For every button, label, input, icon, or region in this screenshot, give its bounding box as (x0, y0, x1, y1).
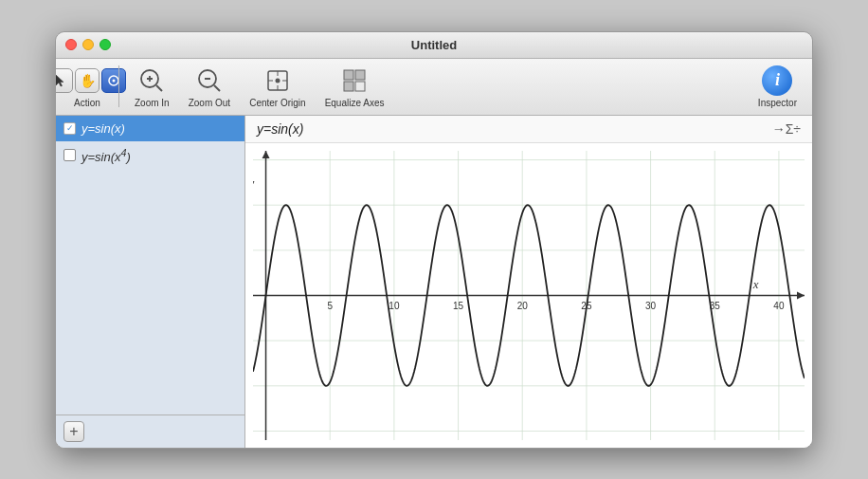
maximize-button[interactable] (99, 39, 111, 50)
graph-area: y=sin(x) →Σ÷ (245, 116, 812, 448)
graph-canvas[interactable] (253, 151, 805, 440)
toolbar: ✋ Action (56, 59, 812, 116)
sidebar: y=sin(x) y=sin(x4) + (56, 116, 245, 448)
action-button[interactable]: ✋ Action (63, 62, 111, 112)
graph-sigma-label: →Σ÷ (772, 121, 801, 137)
sidebar-list: y=sin(x) y=sin(x4) (56, 116, 244, 415)
action-icons-area: ✋ (72, 65, 102, 96)
inspector-button[interactable]: i Inspector (750, 62, 805, 112)
add-equation-button[interactable]: + (63, 421, 84, 442)
svg-rect-19 (355, 82, 365, 91)
cursor-icon (55, 68, 73, 93)
center-origin-label: Center Origin (249, 98, 305, 108)
toolbar-separator-1 (118, 65, 119, 107)
sidebar-footer: + (56, 415, 244, 448)
sidebar-item-1[interactable]: y=sin(x) (56, 116, 244, 141)
svg-rect-17 (355, 70, 365, 80)
zoom-in-label: Zoom In (135, 98, 170, 108)
zoom-in-button[interactable]: Zoom In (127, 62, 177, 112)
hand-icon: ✋ (75, 68, 99, 93)
inspector-label: Inspector (758, 98, 797, 108)
crosshair-icon (101, 68, 126, 93)
zoom-out-icon (194, 65, 225, 96)
svg-rect-18 (344, 82, 353, 91)
svg-marker-0 (56, 75, 63, 86)
graph-canvas-wrapper (245, 143, 812, 448)
titlebar: Untitled (56, 32, 812, 59)
sidebar-checkbox-2[interactable] (63, 149, 76, 161)
svg-point-2 (113, 79, 116, 82)
zoom-out-label: Zoom Out (189, 98, 230, 108)
svg-line-6 (156, 85, 162, 91)
window-title: Untitled (411, 38, 457, 52)
center-origin-button[interactable]: Center Origin (242, 62, 313, 112)
sidebar-item-2[interactable]: y=sin(x4) (56, 141, 244, 170)
action-label: Action (74, 98, 100, 108)
sidebar-item-label-2: y=sin(x4) (81, 147, 131, 164)
equalize-axes-button[interactable]: Equalize Axes (317, 62, 392, 112)
sidebar-item-label-1: y=sin(x) (81, 121, 125, 136)
graph-equation-label: y=sin(x) (257, 121, 303, 137)
equalize-axes-label: Equalize Axes (325, 98, 385, 108)
graph-header: y=sin(x) →Σ÷ (245, 116, 812, 143)
inspector-icon: i (762, 65, 792, 96)
zoom-in-icon (136, 65, 167, 96)
svg-line-9 (214, 85, 220, 91)
traffic-lights (65, 39, 111, 50)
equalize-axes-icon (339, 65, 370, 96)
svg-point-11 (275, 78, 280, 83)
close-button[interactable] (65, 39, 77, 50)
main-content: y=sin(x) y=sin(x4) + y=sin(x) →Σ÷ (56, 116, 812, 448)
center-origin-icon (262, 65, 293, 96)
minimize-button[interactable] (82, 39, 94, 50)
sidebar-checkbox-1[interactable] (63, 122, 76, 135)
zoom-out-button[interactable]: Zoom Out (181, 62, 238, 112)
svg-rect-16 (344, 70, 353, 80)
main-window: Untitled ✋ (55, 31, 813, 449)
